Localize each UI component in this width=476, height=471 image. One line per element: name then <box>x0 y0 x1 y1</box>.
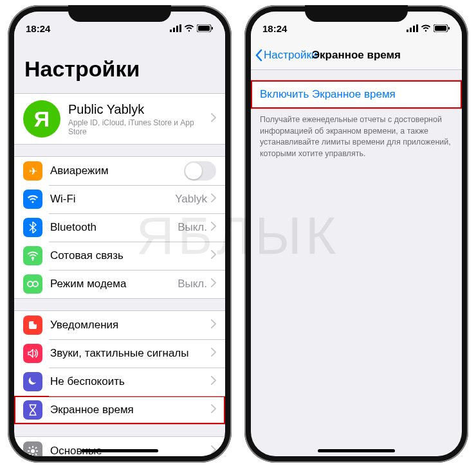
screentime-label: Экранное время <box>50 404 211 416</box>
wifi-icon <box>184 24 194 32</box>
home-indicator[interactable] <box>81 449 158 452</box>
phone-left: 18:24 Настройки Я Public Yablyk Apple ID… <box>8 5 232 463</box>
sounds-row[interactable]: Звуки, тактильные сигналы <box>14 339 225 368</box>
svg-point-10 <box>33 321 37 324</box>
cellular-label: Сотовая связь <box>50 249 211 262</box>
hotspot-label: Режим модема <box>50 278 178 290</box>
notifications-label: Уведомления <box>50 319 211 332</box>
phone-right: 18:24 Настройки Экранное время Включить … <box>244 5 468 463</box>
general-icon <box>23 441 42 456</box>
apple-id-row[interactable]: Я Public Yablyk Apple ID, iCloud, iTunes… <box>14 94 225 144</box>
svg-rect-18 <box>413 26 415 32</box>
system-group: Основные Пункт управления AA Экран и ярк… <box>14 436 225 456</box>
dnd-row[interactable]: Не беспокоить <box>14 368 225 396</box>
svg-rect-21 <box>435 26 446 31</box>
avatar: Я <box>23 100 60 138</box>
home-indicator[interactable] <box>318 449 395 452</box>
screentime-row[interactable]: Экранное время <box>14 396 225 424</box>
chevron-right-icon <box>211 278 216 290</box>
chevron-right-icon <box>211 113 216 125</box>
notifications-row[interactable]: Уведомления <box>14 311 225 339</box>
notch <box>68 5 171 22</box>
status-time: 18:24 <box>262 23 287 34</box>
svg-rect-0 <box>170 30 172 32</box>
enable-screentime-button[interactable]: Включить Экранное время <box>251 80 462 109</box>
hotspot-detail: Выкл. <box>178 278 207 290</box>
svg-rect-2 <box>176 26 178 32</box>
svg-point-7 <box>28 281 33 287</box>
airplane-label: Авиарежим <box>50 164 184 177</box>
svg-rect-19 <box>416 24 418 32</box>
screentime-scroll[interactable]: Включить Экранное время Получайте еженед… <box>251 66 462 456</box>
hotspot-row[interactable]: Режим модема Выкл. <box>14 270 225 298</box>
svg-rect-17 <box>410 28 412 32</box>
chevron-right-icon <box>211 348 216 359</box>
svg-rect-3 <box>179 24 181 32</box>
stage: 18:24 Настройки Я Public Yablyk Apple ID… <box>0 0 476 468</box>
airplane-toggle[interactable] <box>184 161 216 181</box>
profile-name: Public Yablyk <box>68 102 211 117</box>
svg-point-11 <box>31 449 35 453</box>
bluetooth-icon <box>23 218 42 237</box>
battery-icon <box>197 24 214 32</box>
chevron-right-icon <box>211 250 216 262</box>
chevron-right-icon <box>211 376 216 387</box>
screen-screentime: 18:24 Настройки Экранное время Включить … <box>251 12 462 456</box>
signal-icon <box>170 24 181 32</box>
hotspot-icon <box>23 274 42 294</box>
svg-rect-6 <box>212 27 213 30</box>
bluetooth-row[interactable]: Bluetooth Выкл. <box>14 213 225 242</box>
chevron-left-icon <box>255 49 262 62</box>
dnd-label: Не беспокоить <box>50 375 211 388</box>
airplane-icon: ✈ <box>23 161 42 181</box>
status-time: 18:24 <box>26 23 50 34</box>
status-icons <box>407 24 450 32</box>
wifi-label: Wi-Fi <box>50 193 175 206</box>
screentime-icon <box>23 400 42 420</box>
sounds-icon <box>23 344 42 363</box>
usage-group: Уведомления Звуки, тактильные сигналы Не… <box>14 310 225 425</box>
wifi-icon <box>421 24 431 32</box>
bluetooth-detail: Выкл. <box>178 221 207 234</box>
cellular-icon <box>23 246 42 265</box>
back-button[interactable]: Настройки <box>251 49 317 62</box>
settings-scroll[interactable]: Настройки Я Public Yablyk Apple ID, iClo… <box>14 37 225 456</box>
battery-icon <box>434 24 450 32</box>
wifi-detail: Yablyk <box>175 193 207 206</box>
wifi-row[interactable]: Wi-Fi Yablyk <box>14 185 225 213</box>
signal-icon <box>407 24 418 32</box>
chevron-right-icon <box>211 222 216 233</box>
svg-rect-5 <box>198 26 210 31</box>
network-group: ✈ Авиарежим Wi-Fi Yablyk Bluetooth Выкл. <box>14 156 225 299</box>
wifi-settings-icon <box>23 190 42 209</box>
chevron-right-icon <box>211 445 216 456</box>
screen-settings: 18:24 Настройки Я Public Yablyk Apple ID… <box>14 12 225 456</box>
general-row[interactable]: Основные <box>14 437 225 456</box>
svg-rect-16 <box>407 30 408 32</box>
profile-text: Public Yablyk Apple ID, iCloud, iTunes S… <box>68 102 211 136</box>
dnd-icon <box>23 372 42 391</box>
notifications-icon <box>23 315 42 335</box>
profile-group: Я Public Yablyk Apple ID, iCloud, iTunes… <box>14 93 225 145</box>
cellular-row[interactable]: Сотовая связь <box>14 242 225 270</box>
back-label: Настройки <box>264 49 317 62</box>
page-title: Настройки <box>14 37 225 88</box>
airplane-row[interactable]: ✈ Авиарежим <box>14 157 225 185</box>
bluetooth-label: Bluetooth <box>50 221 178 234</box>
svg-rect-1 <box>173 28 175 32</box>
profile-sub: Apple ID, iCloud, iTunes Store и App Sto… <box>68 118 211 136</box>
notch <box>305 5 408 22</box>
sounds-label: Звуки, тактильные сигналы <box>50 347 211 360</box>
status-icons <box>170 24 214 32</box>
svg-rect-22 <box>448 27 450 30</box>
chevron-right-icon <box>211 319 216 331</box>
chevron-right-icon <box>211 193 216 205</box>
chevron-right-icon <box>211 404 216 416</box>
screentime-footer: Получайте еженедельные отчеты с достовер… <box>251 109 462 164</box>
svg-point-8 <box>33 281 38 287</box>
